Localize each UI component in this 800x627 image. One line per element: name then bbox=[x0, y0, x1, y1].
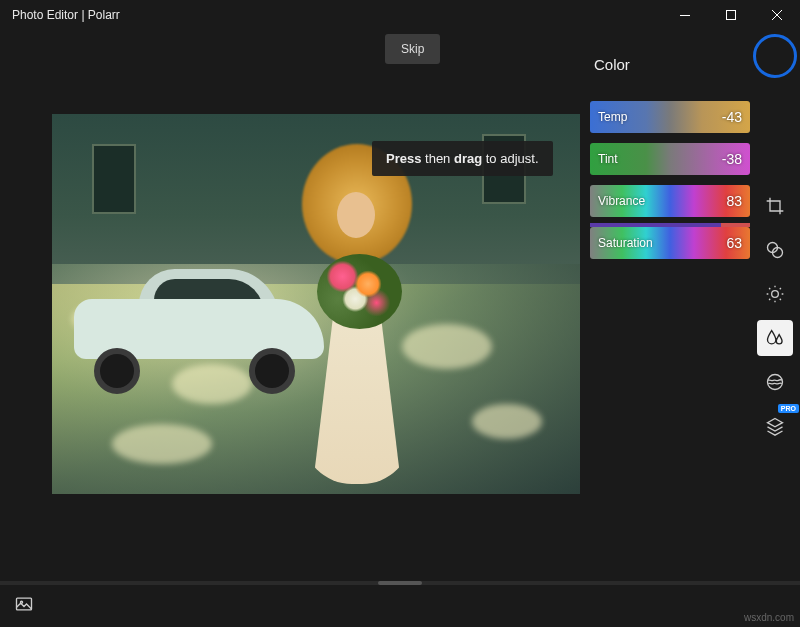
image-icon bbox=[14, 594, 34, 614]
layers-tool[interactable]: PRO bbox=[757, 408, 793, 444]
panel-title: Color bbox=[590, 56, 750, 73]
svg-rect-0 bbox=[680, 15, 690, 16]
crop-tool[interactable] bbox=[757, 188, 793, 224]
tool-sidebar: PRO bbox=[750, 30, 800, 584]
slider-value: -38 bbox=[722, 151, 742, 167]
droplet-icon bbox=[765, 328, 785, 348]
minimize-icon bbox=[680, 15, 690, 16]
window-controls bbox=[662, 0, 800, 30]
layers-icon bbox=[765, 416, 785, 436]
main-content: Skip Press then drag to adjust. bbox=[0, 30, 800, 584]
window-title: Photo Editor | Polarr bbox=[12, 8, 120, 22]
instruction-tooltip: Press then drag to adjust. bbox=[372, 141, 553, 176]
slider-value: -43 bbox=[722, 109, 742, 125]
slider-value: 63 bbox=[726, 235, 742, 251]
skip-button[interactable]: Skip bbox=[385, 34, 440, 64]
canvas-area: Skip Press then drag to adjust. bbox=[0, 30, 590, 584]
slider-label: Tint bbox=[598, 152, 618, 166]
svg-rect-6 bbox=[17, 598, 32, 610]
svg-point-4 bbox=[772, 291, 779, 298]
footer-bar bbox=[0, 585, 800, 627]
color-tool[interactable] bbox=[757, 232, 793, 268]
watermark: wsxdn.com bbox=[744, 612, 794, 623]
crop-icon bbox=[765, 196, 785, 216]
minimize-button[interactable] bbox=[662, 0, 708, 30]
tint-slider[interactable]: Tint -38 bbox=[590, 143, 750, 175]
vibrance-slider[interactable]: Vibrance 83 bbox=[590, 185, 750, 217]
slider-label: Temp bbox=[598, 110, 627, 124]
close-button[interactable] bbox=[754, 0, 800, 30]
effects-tool[interactable] bbox=[757, 320, 793, 356]
svg-rect-1 bbox=[727, 11, 736, 20]
slider-label: Vibrance bbox=[598, 194, 645, 208]
scene-element bbox=[92, 144, 136, 214]
svg-point-5 bbox=[768, 375, 783, 390]
waves-icon bbox=[765, 372, 785, 392]
saturation-slider[interactable]: Saturation 63 bbox=[590, 227, 750, 259]
light-tool[interactable] bbox=[757, 276, 793, 312]
maximize-button[interactable] bbox=[708, 0, 754, 30]
maximize-icon bbox=[726, 10, 736, 20]
titlebar: Photo Editor | Polarr bbox=[0, 0, 800, 30]
close-icon bbox=[772, 10, 782, 20]
scene-subject bbox=[282, 144, 422, 484]
svg-point-7 bbox=[20, 601, 22, 603]
slider-value: 83 bbox=[726, 193, 742, 209]
overlap-circles-icon bbox=[765, 240, 785, 260]
saturation-slider-wrap: Saturation 63 bbox=[590, 227, 750, 259]
slider-label: Saturation bbox=[598, 236, 653, 250]
color-wheel-button[interactable] bbox=[753, 34, 797, 78]
temp-slider[interactable]: Temp -43 bbox=[590, 101, 750, 133]
color-panel: Color Temp -43 Tint -38 Vibrance 83 Satu… bbox=[590, 30, 750, 584]
pro-badge: PRO bbox=[778, 404, 799, 413]
distort-tool[interactable] bbox=[757, 364, 793, 400]
sun-icon bbox=[765, 284, 785, 304]
gallery-button[interactable] bbox=[14, 594, 34, 618]
